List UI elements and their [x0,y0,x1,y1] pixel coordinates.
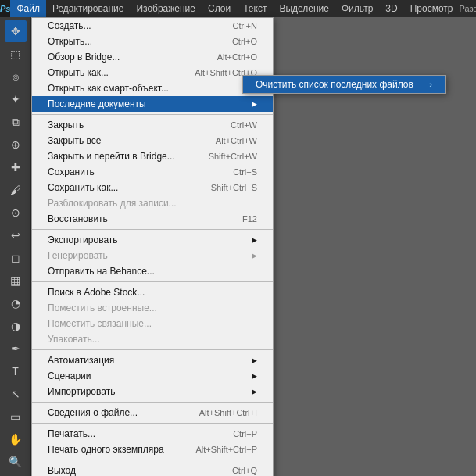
separator-5 [32,402,273,403]
menu-package: Упаковать... [32,331,273,347]
menu-item-file[interactable]: Файл [10,0,46,17]
menu-close-all[interactable]: Закрыть все Alt+Ctrl+W [32,133,273,149]
menu-place-embedded: Поместить встроенные... [32,300,273,316]
tool-blur[interactable]: ◔ [5,292,27,314]
menu-unblock: Разблокировать для записи... [32,195,273,211]
menu-item-filter[interactable]: Фильтр [335,0,379,17]
menu-item-layers[interactable]: Слои [202,0,237,17]
file-menu: Создать... Ctrl+N Открыть... Ctrl+O Обзо… [31,17,274,476]
menu-close-bridge[interactable]: Закрыть и перейти в Bridge... Shift+Ctrl… [32,149,273,164]
cursor-indicator: › [429,80,432,89]
menu-item-text[interactable]: Текст [237,0,273,17]
menu-open[interactable]: Открыть... Ctrl+O [32,34,273,49]
menu-new[interactable]: Создать... Ctrl+N [32,18,273,34]
recent-submenu: Очистить список последних файлов › [242,75,446,94]
menu-export[interactable]: Экспортировать [32,232,273,248]
tool-lasso[interactable]: ⌾ [5,66,27,88]
separator-4 [32,349,273,350]
separator-6 [32,423,273,424]
tool-eyedropper[interactable]: ⊕ [5,134,27,156]
tool-hand[interactable]: ✋ [5,428,27,450]
separator-1 [32,114,273,115]
menu-file-info[interactable]: Сведения о файле... Alt+Shift+Ctrl+I [32,405,273,421]
tool-healing[interactable]: ✚ [5,156,27,178]
menu-open-as[interactable]: Открыть как... Alt+Shift+Ctrl+O [32,65,273,81]
zoom-label: Разобр.: [459,4,476,13]
menu-recent[interactable]: Последние документы [32,96,273,112]
tool-move[interactable]: ✥ [5,20,27,42]
tool-eraser[interactable]: ◻ [5,247,27,269]
tool-crop[interactable]: ⧉ [5,111,27,133]
menu-bar: Ps Файл Редактирование Изображение Слои … [0,0,476,17]
menu-behance[interactable]: Отправить на Behance... [32,263,273,279]
menu-bridge[interactable]: Обзор в Bridge... Alt+Ctrl+O [32,49,273,65]
ps-logo: Ps [0,4,10,13]
menu-open-smart[interactable]: Открыть как смарт-объект... [32,81,273,96]
tool-marquee[interactable]: ⬚ [5,43,27,65]
menu-import[interactable]: Импортировать [32,384,273,399]
menu-place-linked: Поместить связанные... [32,316,273,331]
tool-pen[interactable]: ✒ [5,338,27,360]
menu-item-edit[interactable]: Редактирование [46,0,130,17]
menu-print[interactable]: Печатать... Ctrl+P [32,426,273,442]
separator-2 [32,229,273,230]
menu-save-as[interactable]: Сохранить как... Shift+Ctrl+S [32,180,273,195]
tool-magic-wand[interactable]: ✦ [5,88,27,110]
menu-bar-right: Разобр.: 100% Нажж.: 100% [459,2,476,16]
menu-item-select[interactable]: Выделение [273,0,335,17]
tool-path-select[interactable]: ↖ [5,383,27,405]
menu-item-3d[interactable]: 3D [379,0,403,17]
tool-zoom[interactable]: 🔍 [5,451,27,473]
menu-automate[interactable]: Автоматизация [32,353,273,368]
tool-text[interactable]: T [5,360,27,382]
menu-item-image[interactable]: Изображение [130,0,202,17]
tool-clone[interactable]: ⊙ [5,202,27,224]
tool-history[interactable]: ↩ [5,224,27,246]
separator-3 [32,281,273,282]
tool-shape[interactable]: ▭ [5,406,27,428]
menu-generate: Генерировать [32,248,273,263]
menu-quit[interactable]: Выход Ctrl+Q [32,463,273,476]
menu-close[interactable]: Закрыть Ctrl+W [32,117,273,133]
menu-print-one[interactable]: Печать одного экземпляра Alt+Shift+Ctrl+… [32,442,273,457]
tool-dodge[interactable]: ◑ [5,315,27,337]
app-icon: Ps [0,0,10,17]
separator-7 [32,460,273,460]
menu-revert[interactable]: Восстановить F12 [32,211,273,227]
tool-gradient[interactable]: ▦ [5,270,27,292]
tool-brush[interactable]: 🖌 [5,179,27,201]
menu-item-view[interactable]: Просмотр [404,0,460,17]
toolbar: ✥ ⬚ ⌾ ✦ ⧉ ⊕ ✚ 🖌 ⊙ ↩ ◻ ▦ ◔ ◑ ✒ T ↖ ▭ ✋ 🔍 [0,17,31,476]
menu-stock[interactable]: Поиск в Adobe Stock... [32,285,273,300]
menu-scripts[interactable]: Сценарии [32,368,273,384]
menu-save[interactable]: Сохранить Ctrl+S [32,164,273,180]
submenu-clear-recent[interactable]: Очистить список последних файлов › [243,76,445,93]
